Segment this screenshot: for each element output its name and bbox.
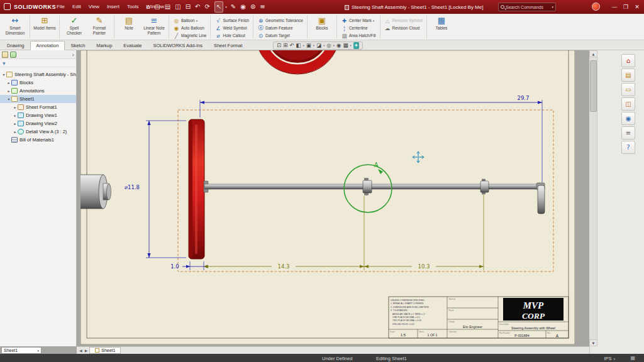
menu-tools[interactable]: Tools — [123, 4, 143, 9]
model-items-button[interactable]: ⊞ Model Items — [32, 15, 57, 31]
apply-scene-icon[interactable]: ▦ — [343, 42, 348, 49]
tab-drawing[interactable]: Drawing — [1, 41, 30, 50]
tab-evaluate[interactable]: Evaluate — [118, 41, 147, 50]
hole-callout-button[interactable]: ⌀Hole Callout — [214, 32, 249, 39]
panel-flyout-chevron-icon[interactable]: › — [72, 52, 74, 58]
tree-item-detail-view-a[interactable]: ▸ Detail View A (3 : 2) — [0, 128, 76, 136]
sheet-tab[interactable]: Sheet1 — [89, 347, 121, 354]
sheet-selector-dropdown[interactable]: Sheet1 ▾ — [1, 347, 42, 354]
file-explorer-icon[interactable]: ▭ — [621, 83, 635, 96]
expand-arrow-icon[interactable]: ▸ — [13, 129, 18, 134]
status-grid-icon[interactable]: ▦ — [630, 355, 635, 361]
linear-note-pattern-button[interactable]: ≡ Linear Note Pattern — [142, 15, 167, 35]
scroll-down-icon[interactable]: ▼ — [589, 339, 597, 346]
u-joint-collar-1[interactable] — [363, 180, 372, 193]
search-box[interactable]: ▾ — [498, 3, 556, 11]
menu-insert[interactable]: Insert — [103, 4, 123, 9]
scroll-up-icon[interactable]: ▲ — [589, 50, 597, 57]
open-file-icon[interactable]: ▤ — [165, 2, 170, 12]
units-selector[interactable]: IPS▾ — [604, 356, 615, 361]
weld-symbol-button[interactable]: ∠Weld Symbol — [214, 25, 249, 31]
new-file-icon[interactable]: ▢ — [154, 2, 160, 12]
maximize-button[interactable]: ❐ — [621, 3, 630, 11]
display-style-icon[interactable]: ◪ — [316, 42, 321, 49]
dim-overall-text[interactable]: 29.7 — [518, 95, 530, 101]
select-arrow-icon[interactable]: ↖ — [214, 1, 223, 13]
expand-arrow-icon[interactable]: ▾ — [6, 97, 11, 101]
tab-sketch[interactable]: Sketch — [65, 41, 91, 50]
dim-spacing2-text[interactable]: 10.3 — [418, 263, 430, 270]
scrollbar-thumb[interactable] — [590, 60, 597, 112]
previous-view-icon[interactable]: ↶ — [289, 42, 294, 49]
tables-button[interactable]: ▦ Tables — [429, 15, 454, 31]
tree-item-bill-of-materials[interactable]: Bill of Materials1 — [0, 136, 76, 144]
tree-item-sheet-format1[interactable]: ▸ Sheet Format1 — [0, 103, 76, 111]
select-dropdown-caret-icon[interactable]: ▾ — [225, 5, 227, 9]
filter-icon[interactable]: ▼ — [3, 61, 6, 65]
center-mark-button[interactable]: ✚Center Mark▾ — [341, 17, 376, 24]
area-hatch-button[interactable]: ▨Area Hatch/Fill — [341, 32, 376, 39]
surface-finish-button[interactable]: √Surface Finish — [214, 17, 249, 24]
dim-spacing1-text[interactable]: 14.3 — [278, 263, 290, 270]
custom-properties-icon[interactable]: ≡ — [621, 126, 635, 140]
graphics-area[interactable]: A 29.7 ⌀11.8 1.0 — [77, 50, 589, 346]
blocks-button[interactable]: ▣ Blocks — [309, 15, 335, 31]
tab-solidworks-addins[interactable]: SOLIDWORKS Add-Ins — [148, 41, 208, 50]
drawing-sheet[interactable]: A 29.7 ⌀11.8 1.0 — [80, 50, 575, 344]
zoom-to-area-icon[interactable]: ⊞ — [283, 42, 287, 49]
spell-checker-button[interactable]: ✓ Spell Checker — [62, 15, 87, 35]
menu-file[interactable]: File — [53, 4, 69, 9]
expand-arrow-icon[interactable]: ▸ — [6, 89, 11, 93]
vertical-scrollbar[interactable]: ▲ ▼ — [589, 50, 597, 346]
expand-arrow-icon[interactable]: ▾ — [1, 72, 6, 77]
detail-label[interactable]: A — [374, 162, 379, 168]
home-icon[interactable]: ⌂ — [146, 2, 150, 12]
propertymanager-tab-icon[interactable] — [10, 52, 16, 58]
view-settings-icon[interactable]: ✦ — [353, 42, 359, 49]
appearance-icon[interactable]: ◉ — [240, 2, 246, 12]
expand-arrow-icon[interactable]: ▸ — [13, 113, 18, 118]
balloon-button[interactable]: ◎Balloon▾ — [173, 17, 206, 24]
save-icon[interactable]: ◫ — [175, 2, 180, 12]
zoom-to-fit-icon[interactable]: ⊡ — [277, 42, 281, 49]
expand-arrow-icon[interactable]: ▸ — [6, 80, 11, 85]
tab-annotation[interactable]: Annotation — [30, 41, 65, 50]
search-input[interactable] — [506, 5, 552, 9]
sketch-icon[interactable]: ✎ — [231, 2, 236, 12]
view-orientation-icon[interactable]: ▣ — [306, 42, 311, 49]
design-library-icon[interactable]: ▤ — [621, 69, 635, 82]
tree-item-blocks[interactable]: ▸ Blocks — [0, 79, 76, 87]
solidworks-resources-icon[interactable]: ⌂ — [621, 54, 635, 67]
dim-diameter-text[interactable]: ⌀11.8 — [125, 184, 140, 190]
rebuild-icon[interactable]: ⟳ — [205, 2, 210, 12]
section-view-icon[interactable]: ◧ — [296, 42, 301, 49]
user-avatar[interactable] — [592, 3, 600, 11]
hide-show-items-icon[interactable]: ◎ — [326, 42, 331, 49]
solidworks-forum-icon[interactable]: ? — [621, 141, 635, 154]
options-icon[interactable]: ⊛ — [250, 2, 255, 12]
edit-appearance-icon[interactable]: ◉ — [336, 42, 341, 49]
magnetic-line-button[interactable]: ╱Magnetic Line — [173, 32, 206, 39]
menu-view[interactable]: View — [85, 4, 103, 9]
search-caret-icon[interactable]: ▾ — [552, 5, 553, 9]
view-palette-icon[interactable]: ◫ — [621, 97, 635, 111]
close-button[interactable]: ✕ — [633, 3, 641, 11]
expand-arrow-icon[interactable]: ▸ — [13, 105, 18, 109]
tree-root[interactable]: ▾ Steering Shaft Assembly - Sheet1 — [0, 70, 76, 79]
print-icon[interactable]: ⊟ — [186, 2, 191, 12]
tree-item-sheet1[interactable]: ▾ Sheet1 — [0, 95, 76, 103]
featuremanager-tab-icon[interactable] — [2, 52, 8, 58]
datum-feature-button[interactable]: ⒶDatum Feature — [257, 25, 303, 31]
tab-sheet-format[interactable]: Sheet Format — [208, 41, 248, 50]
centerline-button[interactable]: ¦Centerline — [341, 25, 376, 31]
tab-markup[interactable]: Markup — [91, 41, 118, 50]
prev-sheet-icon[interactable]: ◀ — [79, 348, 83, 353]
geometric-tolerance-button[interactable]: ⊕Geometric Tolerance — [257, 17, 303, 24]
revision-cloud-button[interactable]: ☁Revision Cloud — [384, 25, 423, 31]
tree-item-annotations[interactable]: ▸ Annotations — [0, 87, 76, 95]
minimize-button[interactable]: — — [610, 3, 619, 11]
note-button[interactable]: ▤ Note — [116, 15, 142, 31]
appearances-icon[interactable]: ◉ — [621, 112, 635, 125]
menu-edit[interactable]: Edit — [69, 4, 85, 9]
u-joint-collar-2[interactable] — [480, 181, 489, 192]
